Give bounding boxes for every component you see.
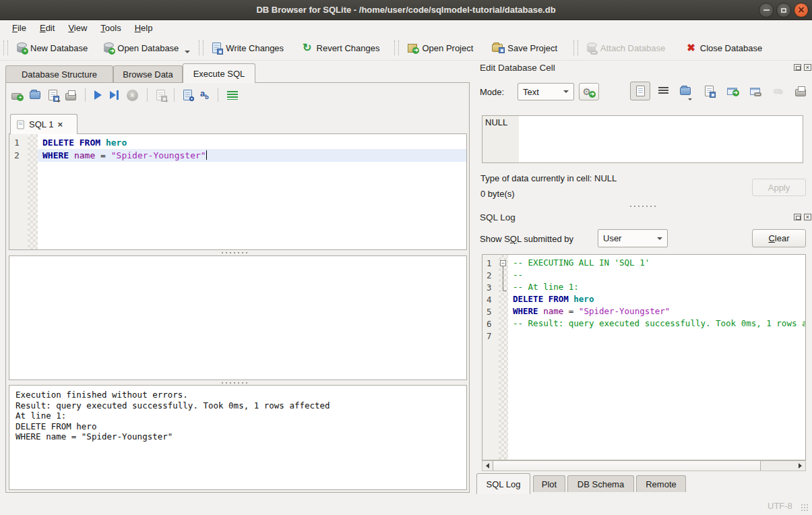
save-project-button[interactable]: Save Project <box>487 40 563 56</box>
log-filter-label: Show SQL submitted by <box>480 234 573 244</box>
import-data-icon[interactable] <box>676 82 696 100</box>
toolbar-handle[interactable] <box>3 40 8 55</box>
sql-editor-tab[interactable]: SQL 1 × <box>10 114 77 134</box>
find-icon[interactable] <box>183 90 192 100</box>
attach-database-button[interactable]: Attach Database <box>582 40 670 56</box>
attach-database-icon <box>587 44 596 53</box>
encoding-status: UTF-8 <box>768 501 792 511</box>
editor-code-area[interactable]: DELETE FROM hero WHERE name = "Spider-Yo… <box>38 134 466 249</box>
log-line-numbers: 123 456 7 <box>482 255 499 460</box>
fold-corner <box>503 291 507 291</box>
dock-tab-db-schema[interactable]: DB Schema <box>567 475 634 492</box>
export-data-icon[interactable] <box>699 82 719 100</box>
toolbar-separator <box>174 88 175 102</box>
window-title: DB Browser for SQLite - /home/user/code/… <box>256 5 555 15</box>
new-sql-tab-icon[interactable]: + <box>11 93 22 100</box>
tab-browse-data[interactable]: Browse Data <box>113 65 183 83</box>
dock-tab-plot[interactable]: Plot <box>533 475 565 492</box>
editor-margin <box>28 134 38 249</box>
dock-float-icon[interactable] <box>794 214 801 220</box>
text-cursor <box>206 150 207 160</box>
titlebar[interactable]: DB Browser for SQLite - /home/user/code/… <box>0 0 812 20</box>
results-grid[interactable] <box>9 255 467 380</box>
toolbar-separator <box>147 88 148 102</box>
scrollbar-thumb[interactable] <box>493 461 761 471</box>
sql-log-title: SQL Log <box>480 212 516 222</box>
text-mode-icon[interactable] <box>630 82 650 100</box>
code-line-2: WHERE name = "Spider-Youngster" <box>38 149 466 162</box>
dock-close-icon[interactable]: × <box>804 64 811 71</box>
cell-editor[interactable]: NULL <box>482 115 803 163</box>
write-changes-icon <box>212 42 221 53</box>
save-project-icon <box>492 44 503 52</box>
save-results-icon[interactable] <box>156 90 165 100</box>
fold-collapse-icon[interactable]: − <box>500 260 506 266</box>
open-project-button[interactable]: ➔ Open Project <box>402 40 478 56</box>
open-sql-file-icon[interactable] <box>30 91 40 99</box>
write-changes-button[interactable]: Write Changes <box>207 40 289 56</box>
splitter-handle[interactable] <box>630 205 656 208</box>
close-database-button[interactable]: ✖ Close Database <box>681 40 768 56</box>
splitter-handle[interactable] <box>222 382 247 384</box>
scroll-left-icon[interactable] <box>482 461 493 471</box>
menu-tools[interactable]: Tools <box>94 22 127 34</box>
execute-sql-icon[interactable] <box>94 90 102 100</box>
clear-log-button[interactable]: Clear <box>752 229 806 247</box>
sql-tab-close-icon[interactable]: × <box>57 119 63 129</box>
log-horizontal-scrollbar[interactable] <box>482 460 806 471</box>
menubar: File Edit View Tools Help <box>0 20 812 36</box>
toolbar-separator <box>85 88 86 102</box>
new-database-button[interactable]: + New Database <box>11 40 93 56</box>
dock-float-icon[interactable] <box>794 64 801 71</box>
mode-select[interactable]: Text <box>518 83 574 100</box>
cell-value: NULL <box>482 116 519 162</box>
close-button[interactable]: × <box>794 3 809 18</box>
chevron-down-icon <box>657 237 662 240</box>
sql-tab-doc-icon <box>17 120 24 129</box>
menu-view[interactable]: View <box>61 22 94 34</box>
tab-database-structure[interactable]: Database Structure <box>5 65 113 83</box>
log-content: -- EXECUTING ALL IN 'SQL 1' -- -- At lin… <box>508 255 805 460</box>
sql-editor[interactable]: 1 2 DELETE FROM hero WHERE name = "Spide… <box>9 133 467 250</box>
revert-changes-button[interactable]: ↻ Revert Changes <box>297 40 385 56</box>
print-cell-icon[interactable] <box>790 82 811 100</box>
execution-message: Execution finished without errors. Resul… <box>15 390 330 442</box>
open-database-dropdown-icon[interactable] <box>185 51 190 53</box>
stop-icon[interactable]: × <box>127 90 138 101</box>
word-wrap-icon[interactable] <box>653 82 673 100</box>
menu-file[interactable]: File <box>5 22 33 34</box>
apply-button[interactable]: Apply <box>752 179 806 196</box>
set-null-icon[interactable] <box>768 82 788 100</box>
dock-tab-sql-log[interactable]: SQL Log <box>476 473 530 494</box>
minimize-button[interactable] <box>759 3 774 18</box>
sql-log-view[interactable]: 123 456 7 − -- EXECUTING ALL IN 'SQL 1' … <box>482 254 806 460</box>
close-icon: × <box>798 4 804 16</box>
mode-label: Mode: <box>480 87 504 97</box>
right-dock: Edit Database Cell × Mode: Text ⚙➔ ➔ NUL… <box>475 61 812 495</box>
format-sql-icon[interactable] <box>227 91 238 100</box>
log-fold-margin[interactable]: − <box>499 255 508 460</box>
maximize-button[interactable] <box>776 3 791 18</box>
dock-tab-remote[interactable]: Remote <box>636 475 686 492</box>
editor-line-numbers: 1 2 <box>9 134 28 249</box>
menu-help[interactable]: Help <box>128 22 160 34</box>
dock-close-icon[interactable]: × <box>804 214 811 220</box>
fold-line <box>503 266 503 291</box>
scroll-right-icon[interactable] <box>795 461 805 471</box>
mode-settings-button[interactable]: ⚙➔ <box>579 83 599 100</box>
open-in-external-icon[interactable]: ➔ <box>722 82 742 100</box>
tab-execute-sql[interactable]: Execute SQL <box>183 63 255 83</box>
menu-edit[interactable]: Edit <box>33 22 61 34</box>
save-sql-file-icon[interactable] <box>49 90 57 100</box>
open-database-button[interactable]: ➔ Open Database <box>98 40 195 56</box>
execute-current-line-icon[interactable] <box>110 90 119 100</box>
log-filter-select[interactable]: User <box>598 229 668 247</box>
replace-icon[interactable]: ab <box>200 88 209 102</box>
print-icon[interactable] <box>65 93 76 100</box>
toolbar-separator <box>218 88 218 102</box>
link-icon[interactable] <box>745 82 765 100</box>
maximize-icon <box>781 8 786 13</box>
execution-message-pane[interactable]: Execution finished without errors. Resul… <box>9 385 467 490</box>
splitter-handle[interactable] <box>222 251 247 254</box>
resize-grip[interactable] <box>801 504 809 512</box>
